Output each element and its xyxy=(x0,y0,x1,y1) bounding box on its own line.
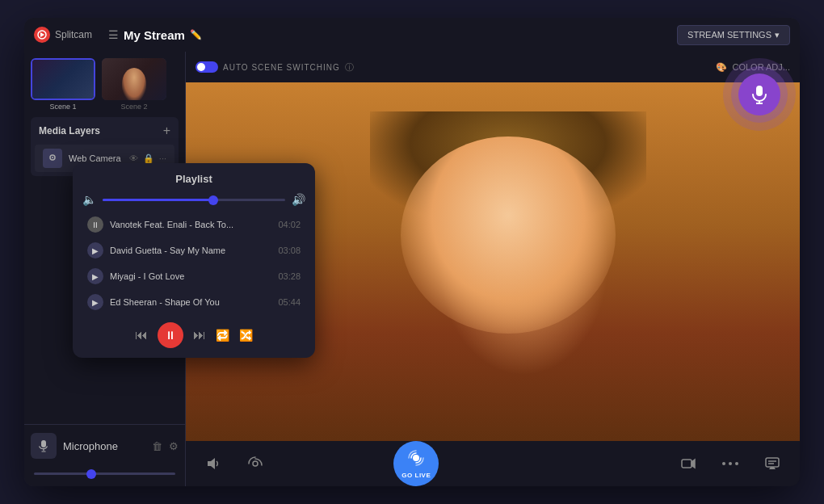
go-live-label: GO LIVE xyxy=(401,472,431,479)
layer-name-webcam: Web Camera xyxy=(69,153,123,163)
layer-visibility-icon[interactable]: 👁 xyxy=(129,153,138,163)
logo-icon xyxy=(34,27,50,43)
scene-1-label: Scene 1 xyxy=(49,103,76,111)
mic-float-area xyxy=(723,58,796,131)
playlist-controls: ⏮ ⏸ ⏭ 🔁 🔀 xyxy=(82,322,305,348)
playlist-next-button[interactable]: ⏭ xyxy=(193,328,206,342)
title-bar-title: ☰ My Stream ✏️ xyxy=(108,28,202,42)
volume-low-icon: 🔈 xyxy=(82,193,96,206)
track-play-icon-1: ▶ xyxy=(87,242,103,258)
playlist-track-1[interactable]: ▶ David Guetta - Say My Name 03:08 xyxy=(82,238,305,262)
track-duration-1: 03:08 xyxy=(278,246,301,255)
mic-item: Microphone 🗑 ⚙ xyxy=(31,433,179,459)
toggle-thumb xyxy=(197,63,205,71)
camera-toggle-button[interactable] xyxy=(241,449,270,478)
mic-volume-slider-row xyxy=(31,464,179,478)
volume-high-icon: 🔊 xyxy=(292,193,305,206)
mic-float-button[interactable] xyxy=(738,74,780,116)
mic-volume-slider[interactable] xyxy=(34,472,175,475)
playlist-track-0[interactable]: ⏸ Vanotek Feat. Enali - Back To... 04:02 xyxy=(82,212,305,237)
track-duration-2: 03:28 xyxy=(278,271,301,281)
bottom-right-icons xyxy=(674,449,787,478)
edit-icon[interactable]: ✏️ xyxy=(190,29,202,40)
mic-rings xyxy=(723,58,796,131)
media-layers-title: Media Layers xyxy=(39,125,100,136)
track-duration-0: 04:02 xyxy=(278,220,301,229)
playlist-title: Playlist xyxy=(82,173,305,185)
layer-lock-icon[interactable]: 🔒 xyxy=(143,153,154,164)
svg-point-12 xyxy=(722,462,725,465)
mic-delete-icon[interactable]: 🗑 xyxy=(152,440,162,452)
scene-2-label: Scene 2 xyxy=(120,103,147,111)
svg-point-3 xyxy=(52,157,53,158)
svg-rect-15 xyxy=(766,458,779,467)
svg-point-13 xyxy=(729,462,732,465)
layer-more-icon[interactable]: ··· xyxy=(159,153,166,163)
svg-marker-7 xyxy=(208,458,215,469)
playlist-track-3[interactable]: ▶ Ed Sheeran - Shape Of You 05:44 xyxy=(82,290,305,314)
scene-item-1[interactable]: Scene 1 xyxy=(31,58,95,111)
auto-scene-toggle[interactable]: AUTO SCENE SWITCHING ⓘ xyxy=(195,61,354,74)
preview-top-bar: AUTO SCENE SWITCHING ⓘ 🎨 COLOR ADJ... xyxy=(186,52,800,82)
person-face xyxy=(401,136,616,334)
title-bar-right: STREAM SETTINGS ▾ xyxy=(677,25,790,45)
volume-thumb xyxy=(208,195,218,205)
bottom-bar: GO LIVE xyxy=(186,441,800,486)
speaker-button[interactable] xyxy=(199,449,228,478)
playlist-shuffle-button[interactable]: 🔀 xyxy=(239,329,253,342)
auto-scene-label: AUTO SCENE SWITCHING xyxy=(223,63,340,72)
scene-list: Scene 1 Scene 2 xyxy=(24,52,185,117)
svg-point-8 xyxy=(253,461,258,466)
go-live-icon xyxy=(407,449,425,471)
chevron-down-icon: ▾ xyxy=(775,30,780,40)
stream-title: My Stream xyxy=(124,28,185,42)
scene-thumbnail-2 xyxy=(102,58,166,100)
volume-fill xyxy=(103,199,212,201)
track-pause-icon-0: ⏸ xyxy=(87,216,103,233)
webcam-layer-icon xyxy=(43,149,62,168)
title-bar: Splitcam ☰ My Stream ✏️ STREAM SETTINGS … xyxy=(24,18,800,52)
hamburger-icon[interactable]: ☰ xyxy=(108,28,119,41)
scene-item-2[interactable]: Scene 2 xyxy=(102,58,166,111)
mic-settings-icon[interactable]: ⚙ xyxy=(169,440,179,452)
mic-icon-box xyxy=(31,433,57,459)
playlist-prev-button[interactable]: ⏮ xyxy=(135,328,148,342)
track-name-3: Ed Sheeran - Shape Of You xyxy=(110,297,271,307)
app-window: Splitcam ☰ My Stream ✏️ STREAM SETTINGS … xyxy=(24,18,800,486)
svg-point-14 xyxy=(735,462,738,465)
svg-rect-10 xyxy=(682,460,692,468)
volume-slider-track[interactable] xyxy=(103,199,285,201)
svg-rect-4 xyxy=(41,440,46,447)
playlist-pause-button[interactable]: ⏸ xyxy=(158,322,183,348)
mic-label: Microphone xyxy=(63,440,145,452)
app-logo: Splitcam xyxy=(34,27,92,43)
svg-point-9 xyxy=(413,455,419,461)
svg-marker-1 xyxy=(40,32,44,37)
track-name-2: Miyagi - I Got Love xyxy=(110,271,271,281)
video-record-button[interactable] xyxy=(674,449,703,478)
go-live-button[interactable]: GO LIVE xyxy=(393,441,439,486)
svg-rect-18 xyxy=(756,86,763,96)
volume-row: 🔈 🔊 xyxy=(82,193,305,206)
media-layers-header: Media Layers + xyxy=(31,117,179,145)
chat-button[interactable] xyxy=(758,449,787,478)
scene-thumbnail-1 xyxy=(31,58,95,100)
playlist-pause-icon: ⏸ xyxy=(165,329,176,342)
more-options-button[interactable] xyxy=(716,449,745,478)
add-layer-button[interactable]: + xyxy=(163,124,170,138)
stream-settings-button[interactable]: STREAM SETTINGS ▾ xyxy=(677,25,790,45)
playlist-popup: Playlist 🔈 🔊 ⏸ Vanotek Feat. Enali - Bac… xyxy=(73,163,315,358)
playlist-items: ⏸ Vanotek Feat. Enali - Back To... 04:02… xyxy=(82,212,305,314)
track-play-icon-3: ▶ xyxy=(87,294,103,310)
playlist-repeat-button[interactable]: 🔁 xyxy=(216,329,229,342)
track-name-1: David Guetta - Say My Name xyxy=(110,246,271,255)
playlist-track-2[interactable]: ▶ Miyagi - I Got Love 03:28 xyxy=(82,264,305,288)
track-duration-3: 05:44 xyxy=(278,297,301,307)
toggle-track xyxy=(195,61,218,73)
layer-actions: 👁 🔒 ··· xyxy=(129,153,166,164)
microphone-section: Microphone 🗑 ⚙ xyxy=(24,424,185,486)
track-name-0: Vanotek Feat. Enali - Back To... xyxy=(110,220,271,229)
mic-actions: 🗑 ⚙ xyxy=(152,440,179,452)
track-play-icon-2: ▶ xyxy=(87,268,103,284)
auto-scene-info-icon: ⓘ xyxy=(345,61,354,74)
